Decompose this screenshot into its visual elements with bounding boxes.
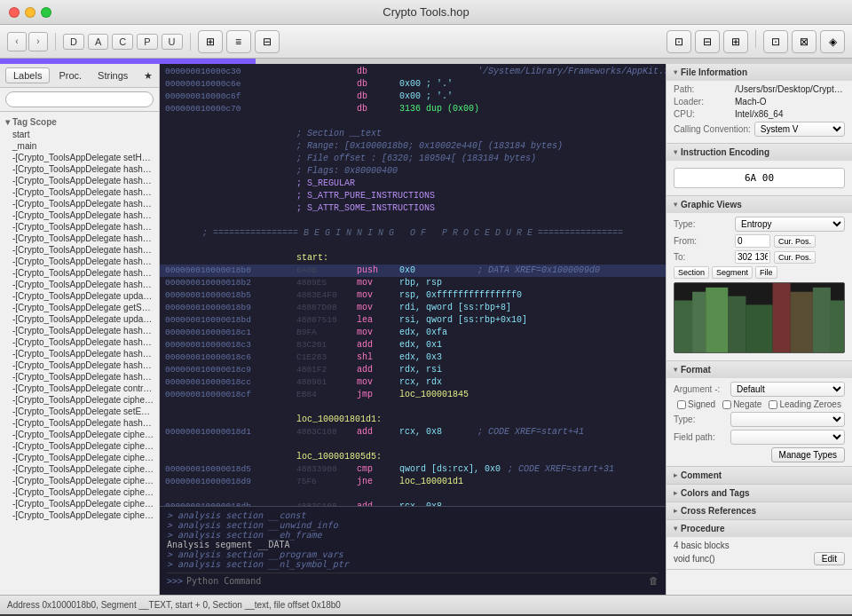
manage-types-button[interactable]: Manage Types (771, 447, 845, 462)
minimize-button[interactable] (25, 7, 36, 18)
calling-select[interactable]: System V (754, 122, 845, 137)
toolbar-c-button[interactable]: C (112, 34, 133, 50)
list-item[interactable]: -[Crypto_ToolsAppDelegate cipherin... (0, 475, 159, 486)
to-cur-pos-button[interactable]: Cur. Pos. (774, 251, 816, 264)
edit-button[interactable]: Edit (814, 552, 845, 565)
code-mnemonic: db (357, 66, 392, 78)
console-clear-button[interactable]: 🗑 (649, 575, 659, 587)
list-item[interactable]: -[Crypto_ToolsAppDelegate hashBro... (0, 325, 159, 336)
tab-favorites[interactable]: ★ (137, 68, 160, 83)
code-operand: rdx, rsi (399, 364, 470, 376)
list-item[interactable]: -[Crypto_ToolsAppDelegate hashSH... (0, 221, 159, 233)
search-input[interactable] (5, 91, 154, 107)
type-select[interactable] (730, 412, 845, 427)
to-input[interactable] (735, 250, 770, 264)
console-input[interactable] (186, 576, 649, 586)
list-item[interactable]: -[Crypto_ToolsAppDelegate cipherin... (0, 463, 159, 475)
tree-item-main[interactable]: _main (0, 140, 159, 152)
console-line: > analysis section __nl_symbol_ptr (167, 559, 659, 569)
nav-buttons: ‹ › (7, 32, 48, 51)
cross-refs-title: Cross References (681, 506, 756, 516)
list-item[interactable]: -[Crypto_ToolsAppDelegate cipherin... (0, 452, 159, 463)
entropy-type-select[interactable]: Entropy (735, 217, 845, 232)
type-label: Type: (674, 219, 731, 229)
path-label: Path: (674, 84, 731, 94)
list-item[interactable]: -[Crypto_ToolsAppDelegate hashMD... (0, 163, 159, 175)
code-operand: edx, 0xfa (399, 327, 470, 339)
format-header[interactable]: ▾ Format (667, 361, 852, 378)
list-item[interactable]: -[Crypto_ToolsAppDelegate hashMD... (0, 198, 159, 209)
code-operand: loc_100001d1 (399, 476, 470, 488)
from-input[interactable] (735, 234, 770, 248)
comment-header[interactable]: ▸ Comment (667, 467, 852, 484)
file-info-header[interactable]: ▾ File Information (667, 64, 852, 81)
toolbar-icon-2[interactable]: ≡ (226, 30, 251, 53)
negate-checkbox[interactable] (722, 400, 731, 409)
toolbar-view-btn-2[interactable]: ⊟ (695, 30, 720, 53)
list-item[interactable]: -[Crypto_ToolsAppDelegate hashMD... (0, 175, 159, 186)
list-item[interactable]: -[Crypto_ToolsAppDelegate cipherin... (0, 440, 159, 452)
list-item[interactable]: -[Crypto_ToolsAppDelegate cipherin... (0, 394, 159, 406)
code-offset-comment: ; File offset : [6320; 189504[ (183184 b… (296, 153, 536, 165)
signed-checkbox[interactable] (677, 400, 686, 409)
list-item[interactable]: -[Crypto_ToolsAppDelegate hashSo... (0, 336, 159, 348)
code-view[interactable]: 000000010000c30 db '/System/Library/Fram… (160, 64, 666, 506)
list-item[interactable]: -[Crypto_ToolsAppDelegate hashSH... (0, 209, 159, 221)
toolbar-view-btn-6[interactable]: ◈ (820, 30, 845, 53)
toolbar-view-btn-3[interactable]: ⊞ (723, 30, 748, 53)
list-item[interactable]: -[Crypto_ToolsAppDelegate cipherin... (0, 429, 159, 440)
tab-labels[interactable]: Labels (5, 67, 50, 83)
leading-zeros-checkbox[interactable] (769, 400, 777, 409)
instruction-encoding-header[interactable]: ▾ Instruction Encoding (667, 144, 852, 161)
tab-proc[interactable]: Proc. (51, 68, 89, 83)
list-item[interactable]: -[Crypto_ToolsAppDelegate setEncr... (0, 406, 159, 417)
list-item[interactable]: -[Crypto_ToolsAppDelegate update... (0, 290, 159, 302)
argument-select[interactable]: Default (730, 382, 845, 397)
list-item[interactable]: -[Crypto_ToolsAppDelegate hashSH... (0, 279, 159, 290)
section-button[interactable]: Section (674, 266, 709, 279)
colors-tags-header[interactable]: ▸ Colors and Tags (667, 485, 852, 501)
code-address: 000000010000018cf (165, 389, 289, 401)
cross-refs-header[interactable]: ▸ Cross References (667, 502, 852, 519)
code-line-start-label: start: (160, 252, 666, 265)
field-path-select[interactable] (730, 430, 845, 445)
list-item[interactable]: -[Crypto_ToolsAppDelegate hashSH... (0, 244, 159, 256)
toolbar-view-btn-5[interactable]: ⊠ (792, 30, 816, 53)
list-item[interactable]: -[Crypto_ToolsAppDelegate setHash... (0, 152, 159, 163)
from-cur-pos-button[interactable]: Cur. Pos. (774, 235, 816, 248)
graphic-views-header[interactable]: ▾ Graphic Views (667, 196, 852, 213)
toolbar-icon-3[interactable]: ⊟ (255, 30, 280, 53)
code-address: 000000010000018c6 (165, 351, 289, 364)
list-item[interactable]: -[Crypto_ToolsAppDelegate hashFilTe... (0, 417, 159, 429)
list-item[interactable]: -[Crypto_ToolsAppDelegate hashSH... (0, 256, 159, 267)
list-item[interactable]: -[Crypto_ToolsAppDelegate controlT... (0, 383, 159, 394)
list-item[interactable]: -[Crypto_ToolsAppDelegate hashMD... (0, 186, 159, 198)
toolbar-p-button[interactable]: P (137, 34, 157, 50)
forward-button[interactable]: › (28, 32, 48, 51)
file-button[interactable]: File (755, 266, 777, 279)
toolbar-a-button[interactable]: A (88, 34, 108, 50)
toolbar-u-button[interactable]: U (162, 34, 183, 50)
list-item[interactable]: -[Crypto_ToolsAppDelegate cipherin... (0, 498, 159, 509)
list-item[interactable]: -[Crypto_ToolsAppDelegate hashFil... (0, 359, 159, 371)
list-item[interactable]: -[Crypto_ToolsAppDelegate cipherin... (0, 486, 159, 498)
list-item[interactable]: -[Crypto_ToolsAppDelegate hashSH... (0, 267, 159, 279)
segment-button[interactable]: Segment (712, 266, 753, 279)
list-item[interactable]: -[Crypto_ToolsAppDelegate hashStr... (0, 371, 159, 383)
toolbar-icon-1[interactable]: ⊞ (198, 30, 223, 53)
list-item[interactable]: -[Crypto_ToolsAppDelegate hashMe... (0, 348, 159, 359)
list-item[interactable]: -[Crypto_ToolsAppDelegate cipherin... (0, 509, 159, 521)
list-item[interactable]: -[Crypto_ToolsAppDelegate hashSH... (0, 233, 159, 244)
maximize-button[interactable] (41, 7, 51, 18)
toolbar-view-btn-1[interactable]: ⊡ (667, 30, 691, 53)
tree-item-start[interactable]: start (0, 129, 159, 140)
tab-strings[interactable]: Strings (91, 68, 135, 83)
back-button[interactable]: ‹ (7, 32, 27, 51)
toolbar-d-button[interactable]: D (63, 34, 84, 50)
procedure-header[interactable]: ▾ Procedure (667, 520, 852, 537)
list-item[interactable]: -[Crypto_ToolsAppDelegate update... (0, 313, 159, 325)
list-item[interactable]: -[Crypto_ToolsAppDelegate getSour... (0, 302, 159, 313)
toolbar-view-btn-4[interactable]: ⊡ (763, 30, 788, 53)
code-mnemonic: db (357, 103, 392, 115)
close-button[interactable] (9, 7, 20, 18)
